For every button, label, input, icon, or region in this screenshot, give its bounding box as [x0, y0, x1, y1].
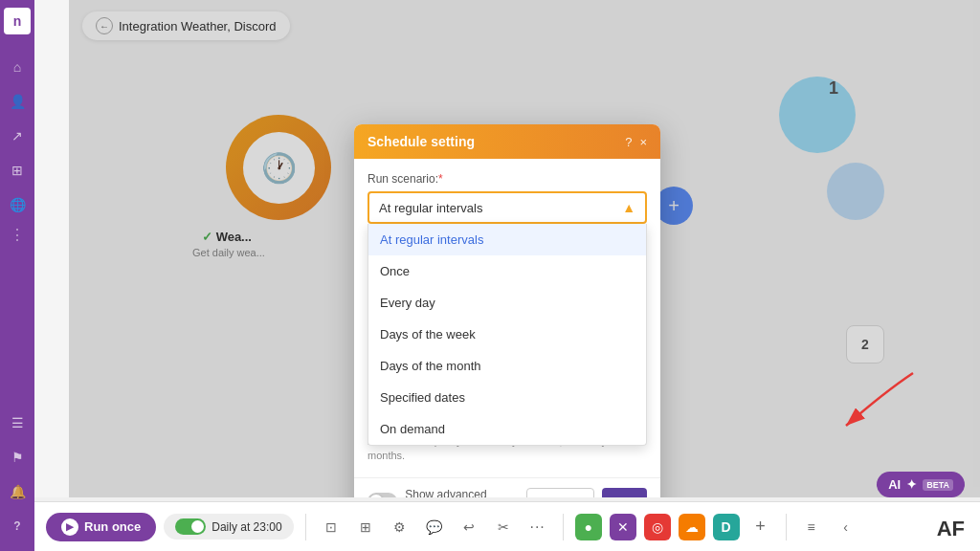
toolbar-divider-3 [786, 514, 787, 540]
dropdown-item-regular[interactable]: At regular intervals [368, 224, 646, 255]
ai-badge[interactable]: AI ✦ BETA [877, 472, 965, 497]
teal-toolbar-icon[interactable]: D [713, 514, 740, 540]
sidebar-item-users[interactable]: 👤 [4, 88, 31, 115]
toggle-knob [369, 495, 383, 497]
more-toolbar-icon[interactable]: ··· [524, 514, 551, 540]
dropdown-item-specified[interactable]: Specified dates [368, 382, 646, 413]
sidebar-item-bell[interactable]: 🔔 [4, 478, 31, 505]
ai-label: AI [888, 477, 901, 492]
dropdown-item-days-week[interactable]: Days of the week [368, 319, 646, 350]
advanced-settings-label: Show advanced settings [405, 488, 526, 497]
purple-toolbar-icon[interactable]: ✕ [610, 514, 636, 540]
selected-option-text: At regular intervals [379, 201, 482, 215]
ai-star-icon: ✦ [906, 477, 917, 492]
bottom-toolbar: ▶ Run once Daily at 23:00 ⊡ ⊞ ⚙ 💬 ↩ ✂ ··… [34, 501, 980, 551]
sidebar-item-question[interactable]: ? [4, 513, 31, 540]
canvas-area: ← Integration Weather, Discord 🕐 ✓ Wea..… [34, 0, 980, 497]
sidebar-item-flag[interactable]: ⚑ [4, 444, 31, 471]
settings-toolbar-icon[interactable]: ⚙ [387, 514, 413, 540]
play-icon: ▶ [61, 518, 78, 536]
af-label: AF [937, 517, 965, 541]
select-container: At regular intervals ▲ At regular interv… [368, 191, 647, 224]
dropdown-item-days-month[interactable]: Days of the month [368, 350, 646, 382]
dialog-header: Schedule setting ? × [354, 124, 660, 159]
green-toolbar-icon[interactable]: ● [575, 514, 602, 540]
undo-toolbar-icon[interactable]: ↩ [456, 514, 482, 540]
dialog-footer: Show advanced settings Cancel OK [354, 477, 660, 497]
dropdown-item-on-demand[interactable]: On demand [368, 413, 646, 445]
required-marker: * [438, 172, 443, 186]
app-logo[interactable]: n [4, 8, 31, 34]
scenario-select[interactable]: At regular intervals ▲ [368, 191, 647, 224]
orange-toolbar-icon[interactable]: ☁ [679, 514, 705, 540]
ok-button[interactable]: OK [602, 488, 648, 497]
advanced-settings-row: Show advanced settings [368, 488, 526, 497]
add-toolbar-icon[interactable]: + [747, 514, 774, 540]
table-toolbar-icon[interactable]: ⊞ [352, 514, 379, 540]
sidebar-item-globe[interactable]: 🌐 [4, 191, 31, 218]
sidebar-item-apps[interactable]: ⊞ [4, 157, 31, 184]
red-toolbar-icon[interactable]: ◎ [644, 514, 671, 540]
schedule-toggle-knob [191, 520, 204, 533]
run-once-button[interactable]: ▶ Run once [46, 513, 156, 541]
dialog-help-icon[interactable]: ? [625, 135, 632, 149]
run-scenario-label: Run scenario:* [368, 172, 647, 186]
back-toolbar-icon[interactable]: ‹ [833, 514, 859, 540]
sidebar: n ⌂ 👤 ↗ ⊞ 🌐 ⋮ ☰ ⚑ 🔔 ? [0, 0, 34, 551]
hamburger-toolbar-icon[interactable]: ≡ [798, 514, 825, 540]
cancel-button[interactable]: Cancel [526, 488, 593, 497]
dialog-body: Run scenario:* At regular intervals ▲ At… [354, 159, 660, 477]
toolbar-divider-2 [563, 514, 564, 540]
schedule-toggle [175, 518, 206, 535]
schedule-dialog: Schedule setting ? × Run scenario:* At r… [354, 124, 660, 497]
dialog-close-icon[interactable]: × [639, 135, 647, 149]
chat-toolbar-icon[interactable]: 💬 [421, 514, 448, 540]
sidebar-dots: ⋮ [10, 226, 25, 244]
beta-label: BETA [923, 479, 953, 491]
sidebar-item-list[interactable]: ☰ [4, 409, 31, 436]
dropdown-item-every-day[interactable]: Every day [368, 287, 646, 319]
dialog-header-icons: ? × [625, 135, 647, 149]
sidebar-item-home[interactable]: ⌂ [4, 54, 31, 80]
advanced-settings-toggle[interactable] [368, 493, 397, 497]
select-arrow-icon: ▲ [622, 200, 635, 215]
schedule-button[interactable]: Daily at 23:00 [164, 514, 293, 540]
save-toolbar-icon[interactable]: ⊡ [318, 514, 345, 540]
schedule-label: Daily at 23:00 [212, 520, 281, 534]
run-once-label: Run once [84, 519, 141, 534]
dialog-title: Schedule setting [368, 134, 475, 149]
transform-toolbar-icon[interactable]: ✂ [490, 514, 517, 540]
dropdown-item-once[interactable]: Once [368, 255, 646, 287]
dialog-buttons: Cancel OK [526, 488, 647, 497]
scenario-dropdown: At regular intervals Once Every day Days… [368, 224, 647, 446]
toolbar-divider-1 [305, 514, 306, 540]
sidebar-item-share[interactable]: ↗ [4, 122, 31, 149]
